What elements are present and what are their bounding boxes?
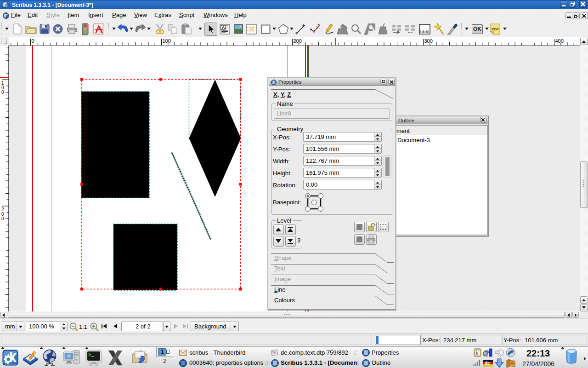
svg-text:300: 300: [424, 38, 433, 44]
svg-text:0: 0: [32, 38, 34, 44]
svg-text:400: 400: [555, 38, 564, 44]
svg-text:200: 200: [294, 38, 302, 44]
svg-text:100: 100: [163, 38, 171, 44]
svg-text:k: k: [476, 351, 478, 356]
svg-text:0: 0: [1, 90, 4, 95]
svg-text:de: de: [485, 361, 490, 366]
svg-text:0: 0: [1, 216, 4, 221]
svg-text:A: A: [222, 25, 225, 30]
svg-text:PDF: PDF: [492, 27, 499, 31]
